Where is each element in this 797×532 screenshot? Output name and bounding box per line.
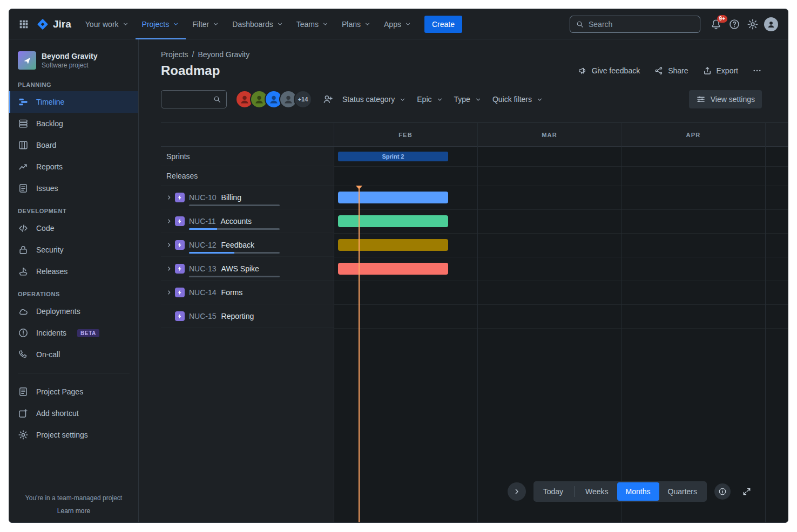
create-button[interactable]: Create [424,16,462,33]
person-icon [254,94,265,105]
section-title-development: DEVELOPMENT [9,208,138,214]
epic-row[interactable]: NUC-13 AWS Spike [161,257,334,281]
filter-label: Quick filters [492,95,532,104]
notifications-button[interactable]: 9+ [707,16,725,33]
jira-brand-text: Jira [53,18,71,30]
epic-row[interactable]: NUC-11 Accounts [161,209,334,233]
sidebar-item-security[interactable]: Security [9,239,138,261]
expand-chevron-icon[interactable] [164,240,174,250]
epic-key: NUC-15 [189,312,217,320]
sidebar-item-timeline[interactable]: Timeline [9,91,138,113]
sidebar-item-label: Security [36,245,64,254]
sidebar-item-add-shortcut[interactable]: Add shortcut [9,403,138,424]
give-feedback-label: Give feedback [592,66,640,75]
nav-plans[interactable]: Plans [335,9,377,39]
sidebar-item-board[interactable]: Board [9,134,138,156]
board-search[interactable] [161,90,227,108]
person-icon [767,20,775,29]
more-actions-button[interactable] [752,66,762,76]
profile-button[interactable] [762,16,780,33]
nav-dashboards[interactable]: Dashboards [226,9,290,39]
help-button[interactable] [725,16,744,33]
epic-row[interactable]: NUC-15 Reporting [161,304,334,328]
epic-bar-accounts[interactable] [338,215,448,227]
type-filter[interactable]: Type [449,91,487,107]
today-marker-line [359,186,360,522]
info-button[interactable] [714,483,731,500]
expand-chevron-icon[interactable] [164,264,174,274]
export-icon [703,66,712,76]
expand-chevron-icon[interactable] [164,193,174,202]
sidebar-item-reports[interactable]: Reports [9,156,138,178]
sidebar-item-deployments[interactable]: Deployments [9,301,138,322]
sidebar-item-issues[interactable]: Issues [9,178,138,199]
quick-filters[interactable]: Quick filters [487,91,549,107]
sidebar-item-label: Releases [36,267,67,276]
board-search-input[interactable] [166,95,210,104]
view-settings-button[interactable]: View settings [689,90,762,108]
filter-label: Type [454,95,470,104]
sidebar-item-label: Deployments [36,307,80,316]
sidebar-item-label: On-call [36,350,60,359]
beta-badge: BETA [77,329,99,337]
top-navigation-bar: Jira Your work Projects Filter Dashboard… [9,9,788,39]
nav-your-work[interactable]: Your work [79,9,136,39]
epic-row[interactable]: NUC-14 Forms [161,281,334,304]
expand-chevron-icon[interactable] [164,216,174,226]
sidebar-item-incidents[interactable]: IncidentsBETA [9,322,138,344]
sidebar-item-releases[interactable]: Releases [9,261,138,282]
epic-key: NUC-12 [189,241,217,249]
status-category-filter[interactable]: Status category [337,91,411,107]
add-people-button[interactable] [319,90,337,108]
zoom-quarters-button[interactable]: Quarters [659,482,706,501]
sidebar-item-label: Add shortcut [36,409,79,418]
epic-row[interactable]: NUC-12 Feedback [161,233,334,257]
breadcrumb-projects[interactable]: Projects [161,50,188,59]
expand-chevron-icon[interactable] [164,288,174,297]
nav-label: Your work [85,20,119,29]
row-gridline [334,328,788,329]
avatar-overflow-count[interactable]: +14 [294,90,312,108]
zoom-weeks-button[interactable]: Weeks [577,482,617,501]
export-button[interactable]: Export [703,66,738,76]
scroll-right-button[interactable] [508,482,526,501]
timeline-toolbar: +14 Status category Epic Type Quick filt… [139,90,788,108]
share-button[interactable]: Share [654,66,688,76]
nav-teams[interactable]: Teams [290,9,335,39]
epic-row[interactable]: NUC-10 Billing [161,186,334,209]
epic-bar-feedback[interactable] [338,239,448,251]
epic-filter[interactable]: Epic [411,91,448,107]
epic-key: NUC-14 [189,288,217,297]
month-label: APR [622,123,765,146]
settings-button[interactable] [744,16,762,33]
project-sidebar: Beyond Gravity Software project PLANNING… [9,39,139,522]
zoom-months-button[interactable]: Months [617,482,659,501]
sidebar-item-on-call[interactable]: On-call [9,344,138,365]
nav-filter[interactable]: Filter [186,9,226,39]
global-search-input[interactable] [589,20,694,29]
fullscreen-button[interactable] [738,483,755,500]
give-feedback-button[interactable]: Give feedback [578,66,640,76]
epic-icon [175,240,185,250]
add-shortcut-icon [18,408,29,419]
filter-label: Epic [417,95,431,104]
sidebar-item-code[interactable]: Code [9,217,138,239]
learn-more-link[interactable]: Learn more [9,507,138,515]
nav-projects[interactable]: Projects [136,9,186,39]
epic-bar-billing[interactable] [338,192,448,203]
breadcrumb-project-name[interactable]: Beyond Gravity [198,50,249,59]
jira-logo[interactable]: Jira [33,18,79,31]
sidebar-item-project-settings[interactable]: Project settings [9,424,138,446]
epic-bar-aws-spike[interactable] [338,263,448,275]
sidebar-item-backlog[interactable]: Backlog [9,113,138,134]
sidebar-item-project-pages[interactable]: Project Pages [9,381,138,403]
today-button[interactable]: Today [535,482,572,501]
global-search[interactable] [570,16,700,33]
nav-apps[interactable]: Apps [377,9,418,39]
sprints-row[interactable]: Sprints [161,147,334,166]
app-switcher-button[interactable] [15,16,33,33]
sprint-bar: Sprint 2 [338,152,448,161]
releases-row[interactable]: Releases [161,166,334,186]
nav-label: Projects [142,20,170,29]
gear-icon [18,429,29,440]
